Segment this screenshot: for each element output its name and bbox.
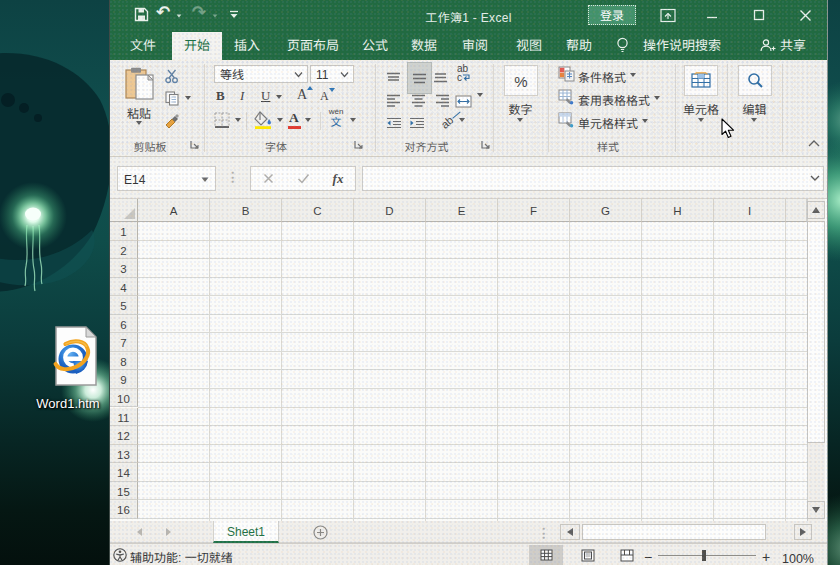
number-dropdown-arrow[interactable] [517,118,523,122]
row-header-11[interactable]: 11 [110,408,138,427]
font-color-dropdown-arrow[interactable] [305,118,311,122]
tab-帮助[interactable]: 帮助 [558,30,600,60]
alignment-dialog-launcher[interactable] [481,140,491,150]
editing-dropdown-arrow[interactable] [751,118,757,122]
column-header-C[interactable]: C [282,199,354,222]
format-painter-icon[interactable] [164,112,180,128]
phonetic-dropdown-arrow[interactable] [350,118,356,122]
row-header-15[interactable]: 15 [110,482,138,501]
align-bottom-button[interactable] [433,66,448,90]
copy-icon[interactable] [165,91,179,106]
align-left-button[interactable] [386,88,401,112]
cell-styles-button[interactable]: 单元格样式 [578,114,638,131]
column-header-B[interactable]: B [210,199,282,222]
zoom-in-button[interactable]: + [760,546,772,565]
cells-group[interactable]: 单元格 [675,60,727,157]
tab-scrollbar-splitter[interactable]: ●●● [542,526,545,540]
name-box[interactable]: E14 [117,166,216,191]
align-top-button[interactable] [386,66,401,90]
number-group[interactable]: % 数字 [493,60,548,157]
row-header-14[interactable]: 14 [110,463,138,482]
enter-icon[interactable] [297,173,310,184]
conditional-formatting-button[interactable]: 条件格式 [578,68,626,85]
sheet-tab-sheet1[interactable]: Sheet1 [213,521,279,543]
row-header-13[interactable]: 13 [110,445,138,464]
sign-in-button[interactable]: 登录 [588,5,636,25]
font-color-icon[interactable]: A [289,110,299,126]
row-header-9[interactable]: 9 [110,370,138,389]
tab-视图[interactable]: 视图 [508,30,550,60]
decrease-font-icon[interactable]: A [320,89,329,104]
formula-bar-expand-icon[interactable] [810,175,820,182]
page-layout-view-button[interactable] [571,545,605,565]
phonetic-guide-button[interactable]: wén 文 [325,108,347,127]
orientation-dropdown-arrow[interactable] [459,118,465,122]
borders-icon[interactable] [214,112,230,128]
collapse-ribbon-icon[interactable] [807,139,821,148]
row-header-12[interactable]: 12 [110,426,138,445]
wrap-text-button[interactable]: ab c [457,63,471,82]
paste-icon[interactable] [124,67,156,103]
column-header-E[interactable]: E [426,199,498,222]
tab-file[interactable]: 文件 [119,30,167,60]
column-header-partial[interactable] [786,199,807,222]
increase-indent-button[interactable] [409,112,425,136]
row-header-8[interactable]: 8 [110,352,138,371]
scroll-right-button[interactable] [794,524,812,540]
tab-公式[interactable]: 公式 [354,30,396,60]
row-header-7[interactable]: 7 [110,333,138,352]
underline-button[interactable]: U [261,88,270,104]
tab-插入[interactable]: 插入 [226,30,268,60]
font-name-combo[interactable]: 等线 [214,65,308,83]
cancel-icon[interactable] [263,173,274,184]
zoom-out-button[interactable]: − [642,546,654,565]
merge-dropdown-arrow[interactable] [477,93,483,97]
normal-view-button[interactable] [529,545,563,565]
tab-数据[interactable]: 数据 [403,30,445,60]
ribbon-display-options-button[interactable] [651,0,685,30]
paste-dropdown-arrow[interactable] [136,121,142,125]
row-header-2[interactable]: 2 [110,241,138,260]
borders-dropdown-arrow[interactable] [235,118,241,122]
format-as-table-button[interactable]: 套用表格格式 [578,91,650,108]
scroll-down-button[interactable] [807,501,825,519]
worksheet-grid[interactable]: ABCDEFGHI 12345678910111213141516 [110,199,827,521]
horizontal-scroll-thumb[interactable] [582,524,766,540]
paste-label[interactable]: 粘贴 [124,104,154,121]
conditional-formatting-arrow[interactable] [630,73,636,77]
share-button[interactable]: 共享 [777,30,809,60]
underline-dropdown-arrow[interactable] [276,95,282,99]
page-break-view-button[interactable] [610,545,644,565]
close-button[interactable] [788,0,822,30]
insert-function-button[interactable]: fx [333,171,344,187]
vertical-scrollbar[interactable] [807,199,825,521]
tab-页面布局[interactable]: 页面布局 [277,30,349,60]
cut-icon[interactable] [164,69,180,84]
desktop-icon-word1[interactable]: Word1.htm [30,326,106,412]
formula-bar-splitter[interactable]: ●●● [231,170,234,184]
format-as-table-arrow[interactable] [654,96,660,100]
row-header-3[interactable]: 3 [110,259,138,278]
italic-button[interactable]: I [240,88,244,104]
row-header-5[interactable]: 5 [110,296,138,315]
tab-审阅[interactable]: 审阅 [454,30,496,60]
cells-dropdown-arrow[interactable] [698,118,704,122]
column-header-D[interactable]: D [354,199,426,222]
fill-color-icon[interactable] [254,111,273,129]
scroll-up-button[interactable] [807,201,825,219]
zoom-slider-track[interactable] [658,555,756,556]
formula-input[interactable] [362,166,824,191]
clipboard-dialog-launcher[interactable] [190,140,200,150]
bold-button[interactable]: B [216,88,225,104]
row-header-4[interactable]: 4 [110,278,138,297]
copy-dropdown-arrow[interactable] [185,96,191,100]
row-header-10[interactable]: 10 [110,389,138,408]
zoom-percentage[interactable]: 100% [780,548,814,565]
editing-group[interactable]: 编辑 [727,60,782,157]
row-header-6[interactable]: 6 [110,315,138,334]
increase-font-icon[interactable]: A [297,87,307,103]
name-box-dropdown-icon[interactable] [201,177,209,183]
maximize-button[interactable] [742,0,776,30]
column-header-A[interactable]: A [138,199,210,222]
sheet-next-button[interactable] [166,528,171,536]
